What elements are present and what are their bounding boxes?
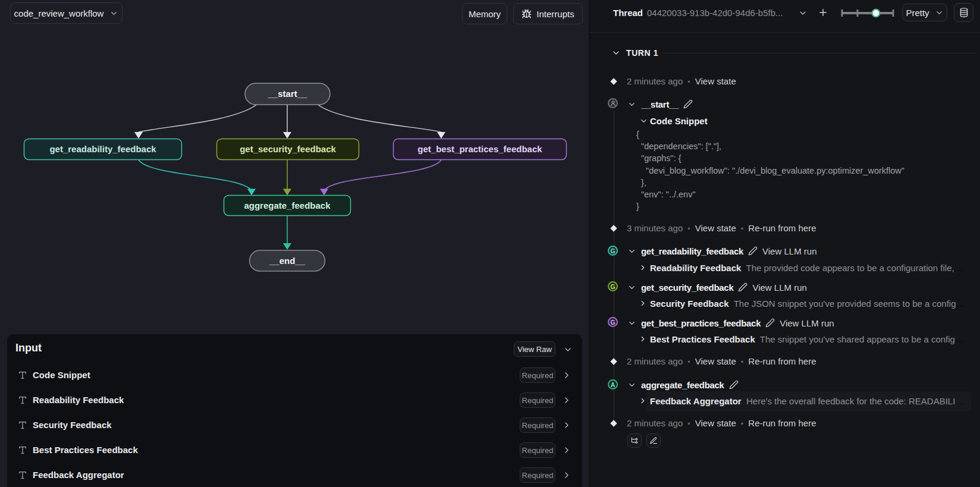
svg-text:get_security_feedback: get_security_feedback bbox=[240, 144, 336, 154]
svg-text:aggregate_feedback: aggregate_feedback bbox=[244, 200, 331, 210]
svg-text:get_readability_feedback: get_readability_feedback bbox=[49, 144, 156, 154]
svg-text:__end__: __end__ bbox=[269, 256, 306, 266]
svg-text:__start__: __start__ bbox=[268, 89, 308, 99]
svg-text:get_best_practices_feedback: get_best_practices_feedback bbox=[417, 144, 542, 154]
